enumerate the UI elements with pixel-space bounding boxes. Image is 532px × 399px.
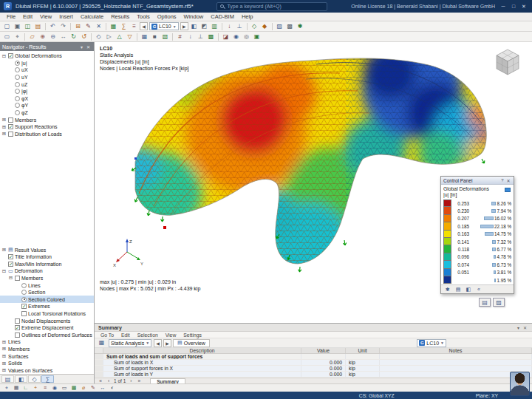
load-cases-icon[interactable]: ≡	[129, 22, 139, 31]
help-icon[interactable]: ?	[499, 178, 505, 183]
wireframe-display-icon[interactable]: ▦	[140, 33, 149, 41]
redo-icon[interactable]: ↷	[58, 22, 68, 31]
radio-button[interactable]	[15, 96, 20, 101]
view-in-x-icon[interactable]: ▷	[104, 33, 114, 41]
undo-icon[interactable]: ↶	[48, 22, 58, 31]
tree-item-global-deformations[interactable]: ⊟✓Global Deformations	[0, 52, 94, 60]
tree-item-local-torsional-rotations[interactable]: Local Torsional Rotations	[0, 310, 94, 318]
table-settings-icon[interactable]: ▦	[97, 338, 106, 347]
tree-item-distribution-of-loads[interactable]: ⊞Distribution of Loads	[0, 131, 94, 138]
tree-item-uy[interactable]: uY	[0, 74, 94, 81]
global-search-input[interactable]: Type a keyword (Alt+Q)	[216, 2, 327, 11]
tree-item-x[interactable]: φX	[0, 95, 94, 103]
view-in-z-icon[interactable]: ▽	[125, 33, 134, 41]
checkbox[interactable]	[15, 318, 20, 324]
table-row[interactable]: Sum of loads in X0.000kip	[95, 360, 532, 366]
tree-expander-icon[interactable]: ⊞	[1, 367, 7, 373]
full-screen-icon[interactable]: ▣	[252, 33, 262, 41]
first-page-icon[interactable]: «	[98, 378, 103, 383]
checkbox[interactable]	[8, 117, 13, 123]
grid-icon[interactable]: ▦	[12, 384, 21, 392]
checkbox[interactable]: ✓	[8, 262, 13, 267]
radio-button[interactable]	[21, 283, 27, 288]
previous-table-button[interactable]: ◀	[154, 339, 162, 347]
table-row[interactable]: Sum of loads in Y0.000kip	[95, 372, 532, 378]
summary-menu-settings[interactable]: Settings	[180, 332, 205, 338]
sections-icon[interactable]: ◇	[250, 22, 259, 31]
tree-item-solids[interactable]: ⊞Solids	[0, 360, 94, 367]
menu-tools[interactable]: Tools	[133, 13, 154, 20]
zoom-in-icon[interactable]: ⊕	[38, 33, 47, 41]
checkbox[interactable]	[21, 311, 27, 316]
panel-collapse-icon[interactable]: «	[474, 287, 483, 292]
next-load-case-button[interactable]: ▶	[180, 22, 188, 30]
show-results-icon[interactable]: ◧	[189, 22, 199, 31]
polar-icon[interactable]: +	[31, 384, 40, 392]
menu-options[interactable]: Options	[154, 13, 180, 20]
save-model-icon[interactable]: ◫	[23, 22, 33, 31]
tree-expander-icon[interactable]: ⊞	[1, 346, 7, 352]
summary-menu-selection[interactable]: Selection	[134, 332, 162, 338]
tree-item-nodal-displacements[interactable]: Nodal Displacements	[0, 317, 94, 324]
graphics-viewport[interactable]: LC10 Static Analysis Displacements |u| […	[95, 42, 532, 323]
radio-button[interactable]	[15, 110, 20, 115]
print-graphic-icon[interactable]: ▤	[33, 22, 43, 31]
tree-expander-icon[interactable]: ⊞	[1, 361, 7, 366]
tree-item-section-colored[interactable]: Section Colored	[0, 296, 94, 303]
loads-display-icon[interactable]: ↓	[225, 22, 234, 31]
radio-button[interactable]	[21, 290, 27, 295]
toggle-control-panel-button[interactable]: ▤	[479, 298, 491, 307]
tree-item-item-5[interactable]: |φ|	[0, 88, 94, 95]
radio-button[interactable]	[21, 297, 27, 302]
navigation-cube[interactable]	[490, 44, 525, 80]
summary-load-case-selector[interactable]: G LC10 ▼	[417, 339, 446, 347]
tab-overview[interactable]: ▤ Overview	[173, 339, 210, 347]
navigator-tab-views[interactable]: ◇	[28, 375, 41, 383]
menu-edit[interactable]: Edit	[19, 13, 36, 20]
checkbox[interactable]: ✓	[8, 124, 13, 129]
zoom-window-icon[interactable]: ▱	[27, 33, 37, 41]
view-in-y-icon[interactable]: △	[115, 33, 124, 41]
fe-mesh-icon[interactable]: ▨	[275, 22, 284, 31]
menu-view[interactable]: View	[36, 13, 55, 20]
summary-title-bar[interactable]: Summary ▾ ✕	[95, 324, 532, 332]
new-model-icon[interactable]: ▢	[2, 22, 12, 31]
control-panel-header[interactable]: Control Panel ? ✕	[441, 177, 514, 185]
load-case-selector[interactable]: G LC10 ▼	[149, 22, 179, 30]
checkbox[interactable]	[15, 332, 20, 338]
summary-menu-view[interactable]: View	[162, 332, 180, 338]
menu-calculate[interactable]: Calculate	[77, 13, 107, 20]
table-row[interactable]: Sum of support forces in X0.000kip	[95, 366, 532, 372]
result-filter-icon[interactable]: ◧	[464, 287, 473, 293]
analysis-selector[interactable]: Static Analysis ▼	[109, 339, 151, 347]
tree-item-deformation[interactable]: ⊟▭Deformation	[0, 267, 94, 275]
open-model-icon[interactable]: ▣	[13, 22, 22, 31]
show-supports-icon[interactable]: ⊥	[196, 33, 205, 41]
materials-icon[interactable]: ◆	[260, 22, 270, 31]
menu-cad-bim[interactable]: CAD-BIM	[207, 13, 238, 20]
shaded-display-icon[interactable]: ■	[150, 33, 160, 41]
isometric-view-icon[interactable]: ◇	[94, 33, 103, 41]
tree-item-members[interactable]: ⊞Members	[0, 346, 94, 353]
dimensions-icon[interactable]: ↔	[98, 384, 107, 392]
tree-item-max-min-information[interactable]: ✓Max/Min Information	[0, 261, 94, 268]
calculate-all-icon[interactable]: ∑	[119, 22, 129, 31]
program-settings-icon[interactable]: ✱	[296, 22, 305, 31]
navigator-tab-data[interactable]: ▤	[1, 375, 14, 383]
checkbox[interactable]: ✓	[8, 53, 13, 58]
select-objects-icon[interactable]: ▭	[2, 33, 12, 41]
previous-load-case-button[interactable]: ◀	[140, 22, 148, 30]
tree-item-support-reactions[interactable]: ⊞✓Support Reactions	[0, 123, 94, 131]
colored-results-icon[interactable]: ◩	[200, 22, 209, 31]
previous-view-icon[interactable]: ↺	[79, 33, 89, 41]
menu-file[interactable]: File	[3, 13, 19, 20]
tree-item-outlines-of-deformed-surfaces[interactable]: Outlines of Deformed Surfaces	[0, 331, 94, 338]
menu-results[interactable]: Results	[107, 13, 133, 20]
zoom-out-icon[interactable]: ⊖	[48, 33, 58, 41]
tree-expander-icon[interactable]: ⊞	[1, 131, 7, 137]
tree-expander-icon[interactable]: ⊟	[1, 268, 7, 274]
object-snap-icon[interactable]: ◉	[50, 384, 59, 392]
radio-button[interactable]	[15, 82, 20, 87]
checkbox[interactable]	[15, 276, 20, 281]
color-scale-options-icon[interactable]: ▤	[454, 287, 463, 293]
